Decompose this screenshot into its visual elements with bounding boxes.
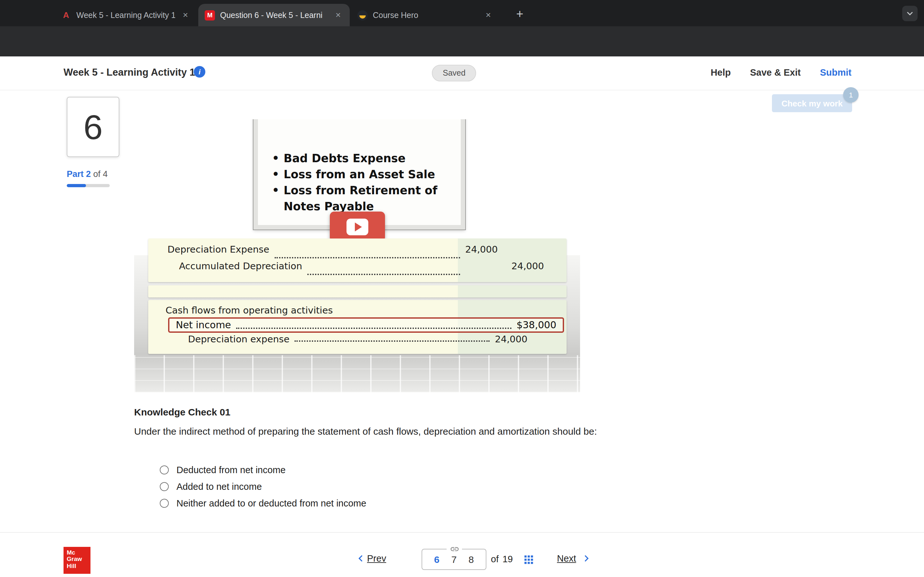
page-number[interactable]: 8 xyxy=(468,554,474,565)
depreciation-label: Depreciation expense xyxy=(188,334,289,344)
tab-title: Question 6 - Week 5 - Learni xyxy=(220,11,328,19)
whiteboard-bullet-list: Bad Debts Expense Loss from an Asset Sal… xyxy=(258,119,461,215)
mcgraw-hill-logo: Mc Graw Hill xyxy=(63,547,90,574)
card-stack-edge xyxy=(148,285,567,298)
bullet-item: Bad Debts Expense xyxy=(272,151,456,167)
tab-title: Course Hero xyxy=(373,11,478,19)
new-tab-icon[interactable]: + xyxy=(511,6,528,23)
part-label: Part 2 xyxy=(67,169,91,179)
journal-account: Accumulated Depreciation xyxy=(179,261,302,271)
tab-week5-activity[interactable]: A Week 5 - Learning Activity 1 × xyxy=(55,4,197,26)
part-progress-label: Part 2 of 4 xyxy=(67,169,108,179)
screen: A Week 5 - Learning Activity 1 × M Quest… xyxy=(0,0,924,577)
grid-view-icon[interactable] xyxy=(522,553,535,566)
option-label: Added to net income xyxy=(176,482,262,492)
next-button[interactable]: Next xyxy=(557,552,593,565)
knowledge-check-heading: Knowledge Check 01 xyxy=(134,406,230,417)
tab-question-6[interactable]: M Question 6 - Week 5 - Learni × xyxy=(198,4,350,26)
option-label: Neither added to or deducted from net in… xyxy=(176,498,367,508)
chevron-left-icon xyxy=(354,552,367,565)
cash-flow-heading: Cash flows from operating activities xyxy=(148,300,567,316)
radio-button[interactable] xyxy=(160,499,169,508)
dot-leader xyxy=(307,274,460,275)
credit-amount: 24,000 xyxy=(511,261,557,271)
pagination-footer: Mc Graw Hill Prev 6 7 8 of 19 xyxy=(0,532,924,577)
part-total: of 4 xyxy=(94,169,108,179)
journal-entry-card: Depreciation Expense 24,000 Accumulated … xyxy=(148,239,567,282)
tab-course-hero[interactable]: Course Hero × xyxy=(351,4,500,26)
help-link[interactable]: Help xyxy=(711,67,731,77)
question-prompt: Under the indirect method of preparing t… xyxy=(134,426,597,437)
net-income-label: Net income xyxy=(176,319,231,331)
answer-option-1[interactable]: Deducted from net income xyxy=(160,465,286,475)
answer-option-3[interactable]: Neither added to or deducted from net in… xyxy=(160,498,367,508)
depreciation-value: 24,000 xyxy=(495,334,528,344)
page-number-current[interactable]: 6 xyxy=(434,554,439,565)
net-income-value: $38,000 xyxy=(517,319,556,331)
journal-account: Depreciation Expense xyxy=(168,244,269,255)
browser-tab-strip: A Week 5 - Learning Activity 1 × M Quest… xyxy=(0,0,924,26)
check-my-work-count-badge: 1 xyxy=(843,87,859,103)
arizona-favicon: A xyxy=(61,10,71,20)
saved-status-badge: Saved xyxy=(432,65,477,81)
radio-button[interactable] xyxy=(160,466,169,474)
journal-row: Accumulated Depreciation 24,000 xyxy=(148,261,567,277)
submit-link[interactable]: Submit xyxy=(820,67,851,77)
lecture-video-player[interactable]: Bad Debts Expense Loss from an Asset Sal… xyxy=(134,119,580,392)
part-progress-bar xyxy=(67,184,110,187)
dot-leader xyxy=(236,327,511,329)
journal-row: Depreciation Expense 24,000 xyxy=(148,244,567,261)
course-hero-favicon xyxy=(357,10,368,20)
save-exit-link[interactable]: Save & Exit xyxy=(750,67,801,77)
header-links: Help Save & Exit Submit xyxy=(711,67,851,77)
of-label: of xyxy=(491,554,499,564)
net-income-highlight-row: Net income $38,000 xyxy=(168,318,564,333)
link-chain-icon xyxy=(447,544,462,553)
tab-title: Week 5 - Learning Activity 1 xyxy=(76,11,175,19)
dot-leader xyxy=(274,257,460,258)
total-pages: 19 xyxy=(502,554,513,564)
floor-grid xyxy=(134,355,580,392)
page-title: Week 5 - Learning Activity 1 xyxy=(63,67,195,78)
depreciation-row: Depreciation expense 24,000 xyxy=(188,334,527,344)
browser-toolbar: ezto.mheducation.com/ext/map/index.html?… xyxy=(0,26,924,56)
radio-button[interactable] xyxy=(160,482,169,491)
prev-label: Prev xyxy=(367,553,386,564)
question-number-box: 6 xyxy=(67,97,120,157)
dot-leader xyxy=(294,340,489,342)
bullet-item: Loss from Retirement of Notes Payable xyxy=(272,183,456,215)
check-my-work-button[interactable]: Check my work xyxy=(772,94,852,112)
page-count: of 19 xyxy=(491,554,513,564)
info-icon[interactable]: i xyxy=(194,66,205,77)
close-tab-icon[interactable]: × xyxy=(483,10,493,20)
play-button-icon[interactable] xyxy=(330,211,385,242)
mheducation-favicon: M xyxy=(205,10,215,20)
option-label: Deducted from net income xyxy=(176,465,286,475)
debit-amount: 24,000 xyxy=(465,244,511,255)
answer-option-2[interactable]: Added to net income xyxy=(160,482,262,492)
close-tab-icon[interactable]: × xyxy=(333,10,343,20)
chevron-right-icon xyxy=(580,552,593,565)
bullet-item: Loss from an Asset Sale xyxy=(272,167,456,183)
prev-button[interactable]: Prev xyxy=(354,552,386,565)
page-number[interactable]: 7 xyxy=(451,554,457,565)
cash-flow-card: Cash flows from operating activities Net… xyxy=(148,300,567,354)
lms-page: Week 5 - Learning Activity 1 i Saved Hel… xyxy=(0,56,924,577)
next-label: Next xyxy=(557,553,576,564)
close-tab-icon[interactable]: × xyxy=(180,10,191,20)
tab-search-chevron-icon[interactable] xyxy=(902,6,918,21)
